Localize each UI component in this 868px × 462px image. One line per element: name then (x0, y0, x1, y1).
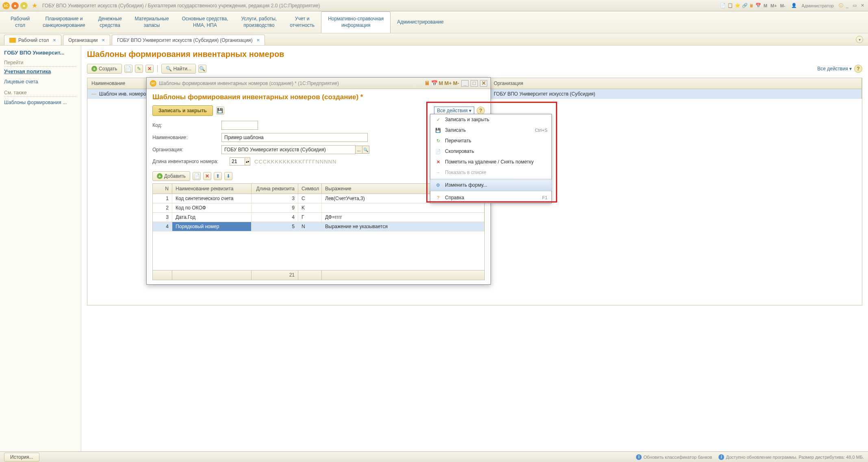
tab-organizations[interactable]: Организации × (63, 35, 110, 45)
org-label: Организация: (152, 147, 221, 153)
col-req-len[interactable]: Длина реквизита (252, 184, 298, 194)
sidebar-org[interactable]: ГОБУ ВПО Университ... (4, 50, 77, 56)
modal-close[interactable]: ✕ (480, 80, 487, 87)
star-icon[interactable]: ★ (32, 2, 37, 9)
spinner-icon[interactable]: ▴▾ (245, 157, 250, 166)
mminus-button[interactable]: M- (453, 80, 459, 86)
menu-mark-delete[interactable]: ✕Пометить на удаление / Снять пометку (430, 157, 551, 167)
ig-row[interactable]: 3 Дата.Год 4 Г ДФ=гггг (153, 213, 484, 222)
copy-icon[interactable]: 📄 (124, 65, 132, 73)
tab-desktop[interactable]: Рабочий стол × (4, 35, 61, 45)
sidebar-accounts[interactable]: Лицевые счета (4, 78, 77, 86)
find-button[interactable]: 🔍 Найти... (161, 64, 196, 74)
toolbar-icon[interactable]: ⭐ (735, 3, 740, 8)
menu-save-close[interactable]: ✓Записать и закрыть (430, 114, 551, 125)
menu-reread[interactable]: ↻Перечитать (430, 135, 551, 146)
modal-maximize[interactable]: □ (471, 80, 478, 87)
save-close-button[interactable]: Записать и закрыть (152, 105, 213, 116)
desktop-icon (9, 38, 16, 43)
actions-menu: ✓Записать и закрыть 💾ЗаписатьCtrl+S ↻Пер… (430, 114, 552, 203)
create-button[interactable]: +Создать (87, 64, 122, 74)
calc-icon[interactable]: 🖩 (425, 80, 430, 86)
code-input[interactable] (221, 121, 258, 130)
status-right: iОбновить классификатор банков iДоступно… (636, 454, 864, 460)
tab-close-icon[interactable]: × (257, 37, 260, 43)
open-icon[interactable]: 🔍 (362, 146, 369, 154)
modal-minimize[interactable]: _ (461, 80, 469, 87)
toolbar-icon[interactable]: 📄 (720, 3, 726, 8)
calendar-icon[interactable]: 📅 (431, 80, 438, 86)
section-assets[interactable]: Основные средства,НМА, НПА (175, 11, 234, 33)
col-org[interactable]: Организация (490, 78, 862, 89)
user-label[interactable]: Администратор (802, 3, 834, 8)
tab-close-icon[interactable]: × (102, 37, 105, 43)
tab-close-icon[interactable]: × (53, 37, 56, 43)
section-materials[interactable]: Материальныезапасы (128, 11, 176, 33)
move-up-icon[interactable]: ⬆ (214, 172, 222, 180)
menu-copy[interactable]: 📄Скопировать (430, 146, 551, 157)
separator (157, 65, 158, 72)
section-money[interactable]: Денежныесредства (92, 11, 128, 33)
col-n[interactable]: N (153, 184, 172, 194)
close-button[interactable]: ✕ (861, 3, 864, 8)
clear-find-icon[interactable]: 🔍 (198, 65, 206, 73)
ig-row[interactable]: 2 Код по ОКОФ 9 K (153, 203, 484, 213)
delete-icon[interactable]: ✕ (145, 65, 154, 73)
delete-icon[interactable]: ✕ (203, 172, 211, 180)
edit-icon[interactable]: ✎ (135, 65, 143, 73)
maximize-button[interactable]: ▭ (853, 3, 857, 8)
list-icon: → (434, 169, 442, 176)
add-button[interactable]: +Добавить (152, 171, 190, 181)
check-icon: ✓ (434, 116, 442, 123)
status-banks[interactable]: iОбновить классификатор банков (636, 454, 712, 460)
modal-titlebar: 1C Шаблоны формирования инвентарных номе… (147, 78, 490, 89)
section-reference[interactable]: Нормативно-справочнаяинформация (321, 11, 391, 33)
select-icon[interactable]: ... (355, 146, 362, 154)
gear-icon: ⚙ (434, 182, 442, 188)
section-desktop[interactable]: Рабочийстол (4, 11, 36, 33)
minimize-button[interactable]: _ (846, 3, 848, 8)
copy-icon[interactable]: 📄 (193, 172, 201, 180)
m-button[interactable]: M (439, 80, 443, 86)
tab-label: ГОБУ ВПО Университет искусств (Субсидия)… (117, 37, 252, 43)
refresh-icon: ↻ (434, 137, 442, 144)
ig-row[interactable]: 4 Порядковый номер 5 N Выражение не указ… (153, 222, 484, 231)
sidebar-policy[interactable]: Учетная политика (4, 68, 77, 74)
window-button[interactable]: ● (20, 2, 28, 9)
name-input[interactable] (221, 133, 368, 142)
all-actions-dropdown[interactable]: Все действия ▾ (434, 107, 474, 115)
sidebar: ГОБУ ВПО Университ... Перейти Учетная по… (0, 46, 81, 452)
m-button[interactable]: M (764, 3, 767, 8)
move-down-icon[interactable]: ⬇ (224, 172, 232, 180)
sidebar-templates[interactable]: Шаблоны формирования ... (4, 98, 77, 107)
tabs-menu-button[interactable]: ▾ (856, 36, 863, 43)
calendar-icon[interactable]: 📅 (755, 3, 761, 8)
section-planning[interactable]: Планирование исанкционирование (36, 11, 91, 33)
window-button[interactable]: ● (11, 2, 19, 9)
org-input[interactable] (221, 145, 356, 154)
save-icon[interactable]: 💾 (216, 107, 224, 115)
calc-icon[interactable]: 🖩 (749, 3, 754, 8)
col-sym[interactable]: Символ (298, 184, 322, 194)
menu-help[interactable]: ?СправкаF1 (430, 192, 551, 203)
mminus-button[interactable]: M- (780, 3, 786, 8)
help-icon[interactable]: ? (854, 65, 862, 73)
section-admin[interactable]: Администрирование (391, 11, 450, 33)
mplus-button[interactable]: M+ (444, 80, 451, 86)
section-services[interactable]: Услуги, работы,производство (234, 11, 283, 33)
find-label: Найти... (174, 66, 191, 72)
help-icon[interactable]: ? (477, 107, 485, 115)
history-button[interactable]: История... (4, 453, 39, 462)
menu-save[interactable]: 💾ЗаписатьCtrl+S (430, 125, 551, 135)
mplus-button[interactable]: M+ (770, 3, 777, 8)
col-req-name[interactable]: Наименование реквизита (172, 184, 252, 194)
toolbar-icon[interactable]: 📋 (727, 3, 733, 8)
status-update[interactable]: iДоступно обновление программы. Размер д… (718, 454, 864, 460)
toolbar-icon[interactable]: 🔗 (742, 3, 748, 8)
info-icon[interactable]: ⓘ (839, 2, 843, 9)
menu-change-form[interactable]: ⚙Изменить форму... (430, 179, 552, 191)
section-accounting[interactable]: Учет иотчетность (283, 11, 321, 33)
tab-org-detail[interactable]: ГОБУ ВПО Университет искусств (Субсидия)… (112, 35, 265, 45)
len-input[interactable] (230, 157, 245, 166)
all-actions-button[interactable]: Все действия ▾ (817, 66, 852, 72)
